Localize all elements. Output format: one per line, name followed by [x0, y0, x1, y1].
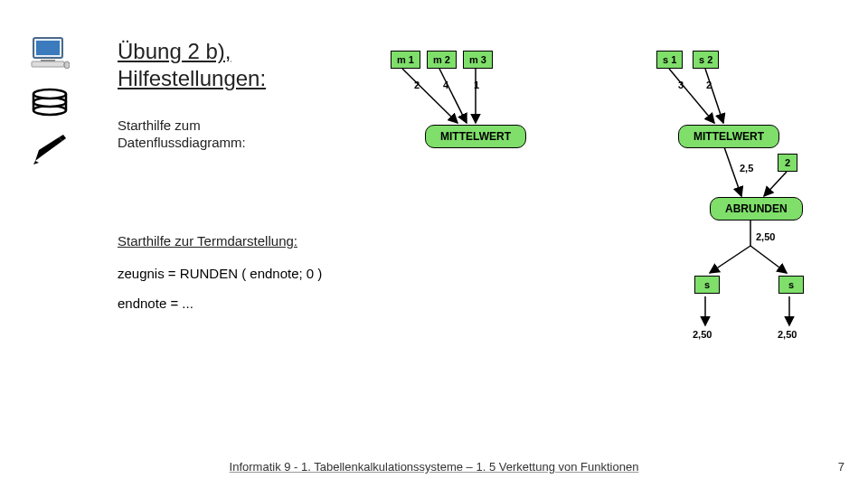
edge-label-2-5: 2,5 [740, 163, 753, 174]
pen-icon [30, 134, 70, 166]
edge-label-4: 4 [443, 80, 448, 90]
node-s1: s 1 [656, 51, 683, 69]
svg-line-13 [669, 69, 714, 123]
edge-label-1: 1 [474, 80, 479, 90]
starthilfe-datenfluss: Starthilfe zum Datenflussdiagramm: [118, 117, 389, 152]
svg-line-19 [750, 246, 787, 273]
svg-rect-1 [36, 41, 60, 55]
title-line-1: Übung 2 b), [118, 39, 231, 63]
svg-line-11 [439, 69, 467, 123]
svg-line-15 [723, 145, 741, 196]
node-m3: m 3 [463, 51, 493, 69]
computer-icon [30, 36, 70, 69]
node-s2: s 2 [693, 51, 719, 69]
books-icon [30, 85, 70, 117]
node-const-2: 2 [778, 154, 797, 172]
node-s-right: s [778, 276, 804, 294]
svg-rect-3 [32, 61, 64, 67]
svg-line-16 [764, 172, 787, 196]
edge-label-2-50: 2,50 [756, 231, 775, 242]
edge-label-2: 2 [414, 80, 420, 90]
footer-text: Informatik 9 - 1. Tabellenkalkulationssy… [0, 460, 868, 474]
slide-title: Übung 2 b), Hilfestellungen: [118, 38, 389, 92]
title-line-2: Hilfestellungen: [118, 66, 266, 90]
node-abrunden: ABRUNDEN [710, 197, 803, 221]
svg-point-4 [64, 61, 70, 69]
diagram-arrows [380, 45, 850, 398]
svg-line-18 [710, 246, 750, 273]
sidebar [18, 36, 81, 166]
page-number: 7 [838, 460, 844, 474]
svg-line-14 [705, 69, 723, 123]
term-endnote: endnote = ... [118, 296, 389, 311]
node-mittelwert-m: MITTELWERT [425, 125, 526, 148]
edge-label-2b: 2 [706, 80, 712, 90]
svg-line-10 [402, 69, 458, 123]
svg-point-7 [33, 89, 66, 99]
node-m1: m 1 [391, 51, 420, 69]
starthilfe-term: Starthilfe zur Termdarstellung: [118, 233, 389, 250]
term-zeugnis: zeugnis = RUNDEN ( endnote; 0 ) [118, 266, 389, 281]
dataflow-diagram: m 1 m 2 m 3 s 1 s 2 2 4 1 3 2 MITTELWERT… [380, 45, 850, 398]
content-area: Übung 2 b), Hilfestellungen: Starthilfe … [118, 38, 389, 325]
node-mittelwert-s: MITTELWERT [678, 125, 779, 148]
edge-label-3: 3 [678, 80, 684, 90]
node-s-left: s [694, 276, 720, 294]
out-left: 2,50 [693, 329, 712, 340]
out-right: 2,50 [778, 329, 797, 340]
node-m2: m 2 [427, 51, 457, 69]
